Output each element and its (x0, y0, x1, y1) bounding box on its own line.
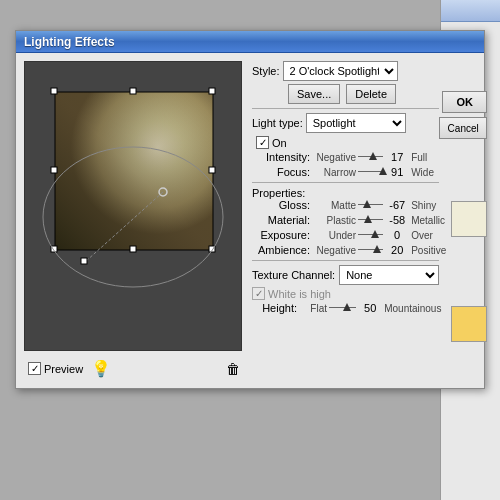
preview-bar: ✓ Preview 💡 🗑 (24, 357, 244, 380)
gloss-right: Shiny (411, 200, 439, 211)
save-delete-row: Save... Delete (252, 84, 439, 104)
texture-channel-row: Texture Channel: None (252, 265, 439, 285)
svg-rect-11 (209, 167, 215, 173)
focus-slider[interactable] (358, 166, 383, 178)
height-left: Flat (299, 303, 327, 314)
intensity-row: Intensity: Negative 17 Full (252, 151, 439, 163)
focus-left: Narrow (312, 167, 356, 178)
material-row: Material: Plastic -58 Metallic (252, 214, 439, 226)
style-select[interactable]: 2 O'clock Spotlight (283, 61, 398, 81)
height-label: Height: (252, 302, 297, 314)
style-row: Style: 2 O'clock Spotlight (252, 61, 439, 81)
light-type-row: Light type: Spotlight (252, 113, 439, 133)
light-type-label: Light type: (252, 117, 303, 129)
lighting-effects-dialog: Lighting Effects (15, 30, 485, 389)
gloss-label: Gloss: (252, 199, 310, 211)
material-slider[interactable] (358, 214, 383, 226)
style-label: Style: (252, 65, 280, 77)
exposure-left: Under (312, 230, 356, 241)
right-panel: Style: 2 O'clock Spotlight Save... Delet… (252, 61, 489, 380)
bg-window-titlebar (441, 0, 500, 22)
gloss-row: Gloss: Matte -67 Shiny (252, 199, 439, 211)
exposure-row: Exposure: Under 0 Over (252, 229, 439, 241)
divider-3 (252, 260, 439, 261)
texture-channel-label: Texture Channel: (252, 269, 335, 281)
focus-value: 91 (385, 166, 409, 178)
material-left: Plastic (312, 215, 356, 226)
material-right: Metallic (411, 215, 439, 226)
svg-rect-15 (81, 258, 87, 264)
height-right: Mountainous (384, 303, 439, 314)
ambience-label: Ambience: (252, 244, 310, 256)
cancel-button[interactable]: Cancel (439, 117, 487, 139)
preview-label: Preview (44, 363, 83, 375)
on-label: On (272, 137, 287, 149)
texture-channel-select[interactable]: None (339, 265, 439, 285)
bulb-icon[interactable]: 💡 (91, 359, 111, 378)
canvas-svg (25, 62, 242, 351)
material-label: Material: (252, 214, 310, 226)
material-value: -58 (385, 214, 409, 226)
gloss-slider[interactable] (358, 199, 383, 211)
white-is-high-row: ✓ White is high (252, 287, 439, 300)
intensity-value: 17 (385, 151, 409, 163)
exposure-slider[interactable] (358, 229, 383, 241)
svg-rect-4 (51, 88, 57, 94)
svg-rect-9 (130, 246, 136, 252)
svg-rect-8 (130, 88, 136, 94)
svg-rect-10 (51, 167, 57, 173)
ambient-color-swatch[interactable] (451, 306, 487, 342)
focus-row: Focus: Narrow 91 Wide (252, 166, 439, 178)
preview-check[interactable]: ✓ (28, 362, 41, 375)
trash-icon[interactable]: 🗑 (226, 361, 240, 377)
exposure-label: Exposure: (252, 229, 310, 241)
gloss-value: -67 (385, 199, 409, 211)
svg-rect-2 (55, 92, 213, 250)
save-button[interactable]: Save... (288, 84, 340, 104)
ambience-left: Negative (312, 245, 356, 256)
intensity-right: Full (411, 152, 439, 163)
intensity-label: Intensity: (252, 151, 310, 163)
white-is-high-label: White is high (268, 288, 331, 300)
dialog-title: Lighting Effects (24, 35, 115, 49)
ok-button[interactable]: OK (442, 91, 487, 113)
light-color-swatch[interactable] (451, 201, 487, 237)
ambience-slider[interactable] (358, 244, 383, 256)
divider-2 (252, 182, 439, 183)
focus-label: Focus: (252, 166, 310, 178)
ambience-value: 20 (385, 244, 409, 256)
intensity-left: Negative (312, 152, 356, 163)
exposure-right: Over (411, 230, 439, 241)
white-is-high-checkbox: ✓ (252, 287, 265, 300)
properties-header: Properties: (252, 187, 439, 199)
on-row: ✓ On (252, 136, 439, 149)
canvas-area: ✓ Preview 💡 🗑 (24, 61, 244, 380)
preview-checkbox[interactable]: ✓ Preview (28, 362, 83, 375)
dialog-body: ✓ Preview 💡 🗑 Style: 2 O'clock Spotlight (16, 53, 484, 388)
focus-right: Wide (411, 167, 439, 178)
gloss-left: Matte (312, 200, 356, 211)
svg-rect-5 (209, 88, 215, 94)
divider-1 (252, 108, 439, 109)
on-checkbox[interactable]: ✓ (256, 136, 269, 149)
height-value: 50 (358, 302, 382, 314)
delete-button[interactable]: Delete (346, 84, 396, 104)
height-row: Height: Flat 50 Mountainous (252, 302, 439, 314)
intensity-slider[interactable] (358, 151, 383, 163)
exposure-value: 0 (385, 229, 409, 241)
light-type-select[interactable]: Spotlight (306, 113, 406, 133)
canvas-container[interactable] (24, 61, 242, 351)
ambience-row: Ambience: Negative 20 Positive (252, 244, 439, 256)
height-slider[interactable] (329, 302, 356, 314)
dialog-titlebar: Lighting Effects (16, 31, 484, 53)
ambience-right: Positive (411, 245, 439, 256)
